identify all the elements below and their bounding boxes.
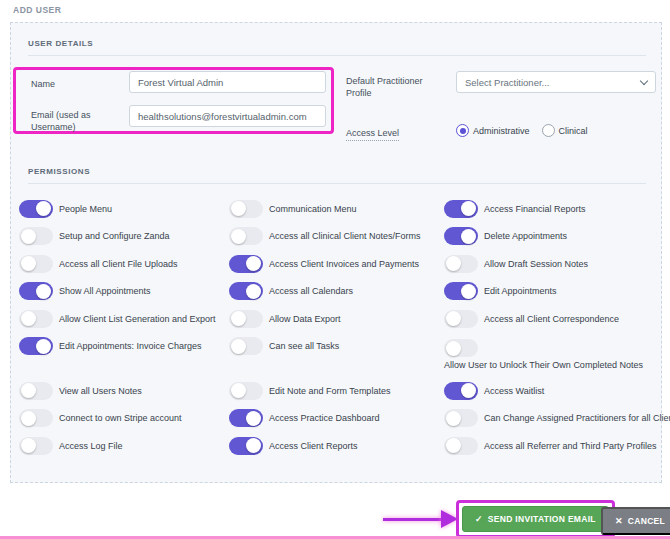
permission-row: Access all Client Correspondence: [444, 305, 659, 333]
permissions-column-2: Communication MenuAccess all Clinical Cl…: [229, 195, 444, 460]
permission-row: Access Financial Reports: [444, 195, 659, 223]
permission-label: Access Waitlist: [484, 386, 544, 396]
toggle-switch[interactable]: [444, 255, 478, 273]
send-button-label: SEND INVITATION EMAIL: [488, 514, 596, 524]
toggle-knob: [21, 229, 36, 244]
toggle-switch[interactable]: [444, 227, 478, 245]
permission-row: Access Client Invoices and Payments: [229, 250, 444, 278]
toggle-knob: [446, 438, 461, 453]
permission-label: Communication Menu: [269, 204, 357, 214]
practitioner-label: Default Practitioner Profile: [346, 75, 448, 99]
permissions-column-1: People MenuSetup and Configure ZandaAcce…: [19, 195, 234, 460]
permission-label: Access all Client File Uploads: [59, 259, 178, 269]
permission-row: Show All Appointments: [19, 278, 234, 306]
radio-clinical[interactable]: Clinical: [542, 124, 588, 137]
toggle-knob: [231, 311, 246, 326]
toggle-knob: [21, 438, 36, 453]
permissions-column-3: Access Financial ReportsDelete Appointme…: [444, 195, 659, 460]
permission-label: Allow User to Unlock Their Own Completed…: [444, 360, 643, 370]
permission-row: Access all Client File Uploads: [19, 250, 234, 278]
toggle-switch[interactable]: [229, 255, 263, 273]
permission-label: Allow Data Export: [269, 314, 341, 324]
permission-row: Access all Calendars: [229, 278, 444, 306]
permission-row: Can Change Assigned Practitioners for al…: [444, 405, 659, 433]
name-input[interactable]: [129, 71, 326, 93]
permission-label: Show All Appointments: [59, 286, 151, 296]
permission-row: Connect to own Stripe account: [19, 405, 234, 433]
cancel-button-label: CANCEL: [628, 516, 665, 526]
toggle-switch[interactable]: [229, 200, 263, 218]
toggle-knob: [446, 256, 461, 271]
toggle-knob: [246, 284, 261, 299]
toggle-knob: [461, 383, 476, 398]
toggle-switch[interactable]: [19, 227, 53, 245]
permission-row: Allow Draft Session Notes: [444, 250, 659, 278]
access-level-radio-group: Administrative Clinical: [456, 124, 588, 137]
permission-label: Access Client Invoices and Payments: [269, 259, 419, 269]
toggle-knob: [446, 411, 461, 426]
permission-label: Access Client Reports: [269, 441, 358, 451]
cancel-button[interactable]: ✕ CANCEL: [601, 507, 670, 535]
send-invitation-email-button[interactable]: ✓ SEND INVITATION EMAIL: [462, 506, 609, 532]
toggle-switch[interactable]: [19, 409, 53, 427]
toggle-switch[interactable]: [229, 337, 263, 355]
close-icon: ✕: [615, 516, 623, 526]
chevron-down-icon: [640, 76, 648, 84]
toggle-switch[interactable]: [19, 382, 53, 400]
toggle-switch[interactable]: [229, 227, 263, 245]
annotation-arrow-line: [383, 518, 443, 521]
permission-row: Allow User to Unlock Their Own Completed…: [444, 333, 659, 377]
toggle-switch[interactable]: [444, 437, 478, 455]
permission-label: Setup and Configure Zanda: [59, 231, 170, 241]
radio-administrative[interactable]: Administrative: [456, 124, 530, 137]
permission-row: People Menu: [19, 195, 234, 223]
email-field[interactable]: [129, 105, 326, 127]
permission-label: View all Users Notes: [59, 386, 142, 396]
toggle-knob: [446, 341, 461, 356]
toggle-knob: [461, 284, 476, 299]
practitioner-select[interactable]: Select Practitioner...: [456, 71, 656, 93]
toggle-knob: [36, 201, 51, 216]
toggle-switch[interactable]: [229, 282, 263, 300]
page-title: ADD USER: [13, 5, 61, 15]
toggle-switch[interactable]: [19, 337, 53, 355]
permission-label: Access all Client Correspondence: [484, 314, 619, 324]
toggle-switch[interactable]: [229, 382, 263, 400]
add-user-page: ADD USER USER DETAILS Name Email (used a…: [0, 0, 670, 539]
permission-row: Access Log File: [19, 432, 234, 460]
toggle-switch[interactable]: [229, 409, 263, 427]
toggle-switch[interactable]: [19, 310, 53, 328]
toggle-switch[interactable]: [444, 409, 478, 427]
permission-row: Allow Data Export: [229, 305, 444, 333]
toggle-switch[interactable]: [19, 255, 53, 273]
toggle-switch[interactable]: [444, 339, 478, 357]
toggle-knob: [461, 201, 476, 216]
permission-row: Access all Referrer and Third Party Prof…: [444, 432, 659, 460]
toggle-switch[interactable]: [444, 310, 478, 328]
permission-label: Access all Referrer and Third Party Prof…: [484, 441, 656, 451]
toggle-switch[interactable]: [19, 200, 53, 218]
toggle-knob: [21, 383, 36, 398]
toggle-switch[interactable]: [444, 382, 478, 400]
permission-row: Can see all Tasks: [229, 333, 444, 361]
email-label: Email (used as Username): [31, 109, 126, 133]
access-level-label: Access Level: [346, 127, 399, 141]
radio-administrative-label: Administrative: [473, 126, 530, 136]
toggle-knob: [231, 339, 246, 354]
permission-label: Access Financial Reports: [484, 204, 586, 214]
toggle-switch[interactable]: [19, 437, 53, 455]
permission-row: Setup and Configure Zanda: [19, 223, 234, 251]
toggle-knob: [21, 411, 36, 426]
permission-label: Edit Note and Form Templates: [269, 386, 390, 396]
annotation-highlight-send: ✓ SEND INVITATION EMAIL: [456, 500, 615, 538]
permission-row: Access Practice Dashboard: [229, 405, 444, 433]
toggle-knob: [231, 229, 246, 244]
permission-row: Edit Appointments: Invoice Charges: [19, 333, 234, 361]
toggle-switch[interactable]: [229, 437, 263, 455]
toggle-switch[interactable]: [444, 200, 478, 218]
toggle-switch[interactable]: [444, 282, 478, 300]
permission-label: Can Change Assigned Practitioners for al…: [484, 413, 670, 423]
permission-label: Allow Client List Generation and Export: [59, 314, 216, 324]
toggle-switch[interactable]: [19, 282, 53, 300]
toggle-switch[interactable]: [229, 310, 263, 328]
